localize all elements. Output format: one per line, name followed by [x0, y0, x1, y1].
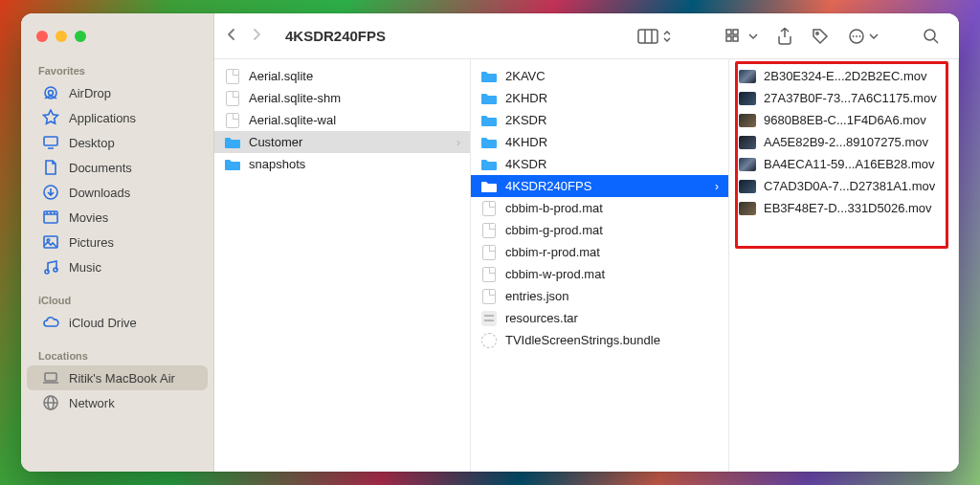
sidebar-item-label: AirDrop — [69, 86, 111, 100]
column-2[interactable]: 2KAVC2KHDR2KSDR4KHDR4KSDR4KSDR240FPS›cbb… — [471, 59, 729, 472]
list-item-label: Aerial.sqlite-shm — [249, 91, 341, 105]
sidebar-item-label: Desktop — [69, 136, 115, 150]
list-item[interactable]: 4KSDR240FPS› — [471, 175, 728, 197]
list-item-label: 2B30E324-E...2D2B2EC.mov — [764, 69, 927, 83]
music-icon — [42, 258, 59, 276]
sidebar-item-label: iCloud Drive — [69, 316, 137, 330]
list-item[interactable]: 4KSDR — [471, 153, 728, 175]
window-controls — [21, 27, 213, 59]
sidebar-item-label: Pictures — [69, 235, 114, 250]
list-item-label: 4KSDR240FPS — [505, 179, 591, 193]
list-item[interactable]: EB3F48E7-D...331D5026.mov — [729, 197, 958, 219]
svg-point-29 — [856, 35, 858, 37]
sidebar-item-applications[interactable]: Applications — [27, 105, 208, 130]
svg-rect-14 — [45, 373, 56, 381]
action-menu-button[interactable] — [842, 24, 884, 49]
file-icon — [480, 222, 498, 239]
list-item[interactable]: C7AD3D0A-7...D27381A1.mov — [729, 175, 958, 197]
list-item[interactable]: Aerial.sqlite-wal — [214, 109, 470, 131]
sidebar-item-label: Downloads — [69, 186, 130, 200]
list-item[interactable]: 4KHDR — [471, 131, 728, 153]
svg-point-13 — [54, 268, 57, 272]
list-item[interactable]: 2KAVC — [471, 65, 728, 87]
list-item-label: BA4ECA11-59...A16EB28.mov — [764, 157, 935, 171]
svg-rect-24 — [726, 36, 731, 41]
list-item[interactable]: cbbim-r-prod.mat — [471, 241, 728, 263]
list-item[interactable]: entries.json — [471, 285, 728, 307]
list-item-label: C7AD3D0A-7...D27381A1.mov — [764, 179, 935, 193]
svg-rect-22 — [726, 30, 731, 34]
group-by-button[interactable] — [720, 25, 764, 48]
list-item-label: TVIdleScreenStrings.bundle — [505, 333, 660, 347]
list-item-label: 9680B8EB-C...1F4D6A6.mov — [764, 113, 926, 127]
tags-button[interactable] — [806, 24, 835, 49]
video-thumb-icon — [739, 112, 756, 129]
video-thumb-icon — [739, 156, 756, 173]
svg-rect-23 — [733, 30, 738, 34]
svg-point-26 — [816, 32, 818, 33]
svg-point-30 — [859, 35, 861, 37]
sidebar-item-network[interactable]: Network — [27, 390, 208, 415]
forward-button[interactable] — [251, 29, 262, 43]
list-item-label: 2KSDR — [505, 113, 546, 127]
list-item[interactable]: 2KHDR — [471, 87, 728, 109]
list-item-label: entries.json — [505, 289, 568, 303]
list-item[interactable]: 2KSDR — [471, 109, 728, 131]
video-thumb-icon — [739, 134, 756, 151]
column-1[interactable]: Aerial.sqliteAerial.sqlite-shmAerial.sql… — [214, 59, 471, 472]
list-item[interactable]: cbbim-b-prod.mat — [471, 197, 728, 219]
file-icon — [480, 266, 498, 283]
sidebar-item-pictures[interactable]: Pictures — [27, 230, 208, 254]
list-item-label: cbbim-b-prod.mat — [505, 201, 603, 215]
sidebar-item-icloud-drive[interactable]: iCloud Drive — [27, 310, 208, 335]
sidebar-item-documents[interactable]: Documents — [27, 155, 208, 180]
svg-point-11 — [47, 239, 50, 242]
sidebar-item-music[interactable]: Music — [27, 254, 208, 279]
list-item[interactable]: resources.tar — [471, 307, 728, 329]
finder-window: FavoritesAirDropApplicationsDesktopDocum… — [21, 13, 959, 472]
sidebar-item-label: Documents — [69, 161, 132, 175]
list-item[interactable]: cbbim-w-prod.mat — [471, 263, 728, 285]
main-area: 4KSDR240FPS — [214, 13, 959, 472]
list-item[interactable]: AA5E82B9-2...89107275.mov — [729, 131, 958, 153]
archive-icon — [480, 310, 498, 327]
video-thumb-icon — [739, 200, 756, 217]
list-item[interactable]: cbbim-g-prod.mat — [471, 219, 728, 241]
view-columns-button[interactable] — [632, 25, 678, 48]
list-item[interactable]: 27A37B0F-73...7A6C1175.mov — [729, 87, 958, 109]
sidebar-item-label: Ritik's MacBook Air — [69, 371, 175, 386]
fullscreen-window-button[interactable] — [75, 31, 86, 42]
back-button[interactable] — [226, 29, 237, 43]
list-item[interactable]: Aerial.sqlite-shm — [214, 87, 470, 109]
sidebar-item-desktop[interactable]: Desktop — [27, 130, 208, 155]
list-item[interactable]: Aerial.sqlite — [214, 65, 470, 87]
list-item[interactable]: BA4ECA11-59...A16EB28.mov — [729, 153, 958, 175]
folder-icon — [224, 156, 241, 173]
sidebar-item-ritik-s-macbook-air[interactable]: Ritik's MacBook Air — [27, 365, 208, 390]
sidebar-item-label: Network — [69, 396, 115, 410]
list-item[interactable]: snapshots — [214, 153, 470, 175]
downloads-icon — [42, 184, 59, 201]
list-item-label: Aerial.sqlite — [249, 69, 313, 83]
video-thumb-icon — [739, 90, 756, 107]
svg-line-32 — [934, 39, 938, 43]
sidebar-item-movies[interactable]: Movies — [27, 205, 208, 230]
minimize-window-button[interactable] — [56, 31, 67, 42]
sidebar-section-title: iCloud — [21, 289, 213, 310]
sidebar-item-airdrop[interactable]: AirDrop — [27, 80, 208, 105]
sidebar-item-downloads[interactable]: Downloads — [27, 180, 208, 205]
search-button[interactable] — [917, 24, 946, 49]
svg-point-28 — [853, 35, 855, 37]
sidebar-item-label: Movies — [69, 210, 108, 225]
chevron-right-icon: › — [715, 180, 719, 193]
close-window-button[interactable] — [36, 31, 48, 42]
share-button[interactable] — [771, 24, 798, 49]
list-item-label: snapshots — [249, 157, 305, 171]
list-item[interactable]: TVIdleScreenStrings.bundle — [471, 329, 728, 351]
list-item[interactable]: 9680B8EB-C...1F4D6A6.mov — [729, 109, 958, 131]
list-item[interactable]: Customer› — [214, 131, 470, 153]
file-icon — [480, 244, 498, 261]
list-item[interactable]: 2B30E324-E...2D2B2EC.mov — [729, 65, 958, 87]
bundle-icon — [480, 332, 498, 349]
column-3[interactable]: 2B30E324-E...2D2B2EC.mov27A37B0F-73...7A… — [729, 59, 959, 472]
